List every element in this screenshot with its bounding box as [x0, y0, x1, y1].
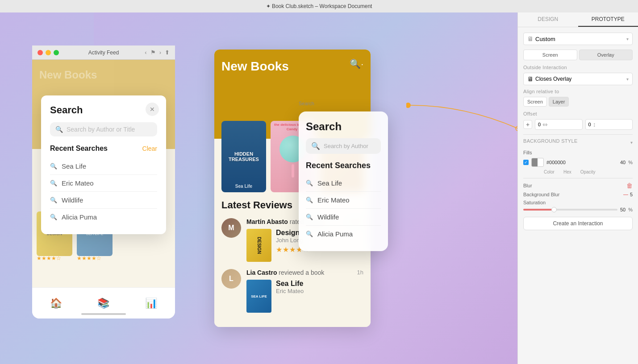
create-interaction-button[interactable]: Create an Interaction — [523, 217, 633, 230]
search-icon-aliciapuma: 🔍 — [306, 231, 313, 237]
align-relative-section: Align relative to Screen Layer — [523, 89, 633, 107]
fill-checkbox[interactable]: ✓ — [523, 160, 529, 165]
offset-y-field[interactable]: 0 ↕ — [585, 119, 633, 130]
offset-section: Offset + 0 ⇔ 0 ↕ — [523, 111, 633, 130]
book-author-sealife: Eric Mateo — [276, 288, 363, 294]
recent-item-ericmateo[interactable]: 🔍 Eric Mateo — [50, 175, 157, 192]
modal-close-button[interactable]: ✕ — [146, 103, 159, 116]
nav-charts-icon[interactable]: 📊 — [145, 298, 157, 309]
book-info-sealife: Sea Life Eric Mateo — [276, 280, 363, 296]
mac-window-title: Activity Feed — [88, 50, 119, 56]
saturation-row: 50 % — [523, 207, 633, 212]
search-input-container[interactable]: 🔍 Search by Author or Title — [50, 122, 157, 136]
traffic-lights — [38, 50, 59, 55]
review-time-lia: 1h — [357, 269, 363, 276]
background-blur-label: Background Blur — [523, 192, 559, 197]
offset-x-value: 0 — [538, 122, 541, 127]
chevron-down-icon: ▾ — [626, 37, 629, 41]
search-overlay-view: Search Search 🔍 Search by Author Recent … — [299, 112, 388, 251]
book-title-hidden: HIDDENTREASURES — [229, 151, 259, 162]
stars-bg-1: ★★★★☆ — [37, 255, 61, 261]
mac-controls: ‹ ⚑ › ⬆ — [145, 49, 170, 56]
book-detail-sealife: SEA LIFE Sea Life Eric Mateo — [246, 280, 363, 313]
fill-color-preview[interactable] — [531, 158, 544, 167]
offset-label: Offset — [523, 111, 633, 116]
saturation-slider[interactable] — [523, 209, 617, 211]
offset-arrows-icon: ⇔ — [542, 121, 548, 128]
tab-design[interactable]: DESIGN — [518, 12, 578, 27]
search-bar-overlay[interactable]: 🔍 Search by Author — [306, 138, 381, 154]
search-overlay-label: Search — [299, 101, 314, 106]
search-result-sealife[interactable]: 🔍 Sea Life — [306, 175, 381, 192]
screen-align-button[interactable]: Screen — [523, 97, 547, 107]
saturation-pct: % — [628, 207, 633, 212]
book-thumb-sealife: SEA LIFE — [246, 280, 271, 313]
stars-bg-2: ★★★★☆ — [77, 255, 101, 261]
offset-y-value: 0 — [588, 122, 591, 127]
outside-interaction-value: Closes Overlay — [535, 76, 625, 82]
nav-books-icon[interactable]: 📚 — [97, 298, 109, 309]
blur-delete-icon[interactable]: 🗑 — [626, 182, 633, 189]
background-blur-indicator: — — [623, 192, 628, 197]
title-bar-text: ✦ Book Club.sketch – Workspace Document — [266, 3, 372, 9]
book-hidden-treasures[interactable]: HIDDENTREASURES Sea Life — [221, 121, 266, 192]
panel-divider-1 — [523, 134, 633, 135]
align-relative-label: Align relative to — [523, 89, 633, 94]
recent-item-aliciapuma-text: Alicia Puma — [62, 213, 97, 221]
fill-opacity-value[interactable]: 40 — [620, 160, 625, 165]
chevron-down-icon-oi: ▾ — [626, 77, 629, 82]
reviewer-info-lia: Lia Castro reviewed a book — [246, 269, 324, 276]
monitor-icon-small: 🖥 — [527, 75, 534, 83]
traffic-light-minimize[interactable] — [46, 50, 51, 55]
recent-item-aliciapuma[interactable]: 🔍 Alicia Puma — [50, 209, 157, 225]
outside-interaction-dropdown[interactable]: 🖥 Closes Overlay ▾ — [523, 73, 633, 85]
search-result-ericmateo[interactable]: 🔍 Eric Mateo — [306, 192, 381, 209]
fill-labels: Color Hex Opacity — [523, 170, 633, 174]
fill-hex-value[interactable]: #000000 — [546, 160, 617, 165]
clear-button[interactable]: Clear — [142, 145, 157, 152]
saturation-value[interactable]: 50 — [620, 207, 625, 212]
custom-label: Custom — [535, 36, 625, 42]
search-overlay-title: Search — [306, 120, 381, 133]
title-bar: ✦ Book Club.sketch – Workspace Document — [0, 0, 638, 12]
custom-dropdown[interactable]: 🖥 Custom ▾ — [523, 33, 633, 45]
review-content-lia: Lia Castro reviewed a book 1h SEA LIFE S… — [246, 269, 363, 313]
traffic-light-maximize[interactable] — [54, 50, 59, 55]
recent-search-icon-3: 🔍 — [50, 197, 57, 203]
nav-home-icon[interactable]: 🏠 — [50, 298, 62, 309]
app-search-button[interactable]: 🔍· — [350, 58, 363, 69]
search-icon-ericmateo: 🔍 — [306, 197, 313, 203]
opacity-label: Opacity — [580, 170, 596, 174]
search-result-wildlife[interactable]: 🔍 Wildlife — [306, 209, 381, 226]
fill-opacity-pct: % — [628, 160, 633, 165]
reviewer-name-martin: Martín Abasto — [246, 218, 288, 225]
search-result-ericmateo-text: Eric Mateo — [317, 196, 350, 204]
traffic-light-close[interactable] — [38, 50, 43, 55]
nav-forward-icon[interactable]: › — [159, 49, 161, 56]
nav-back-icon[interactable]: ‹ — [145, 49, 146, 56]
app-hero-title: New Books — [221, 59, 363, 74]
offset-x-field[interactable]: 0 ⇔ — [535, 119, 583, 130]
search-bar-placeholder: Search by Author — [324, 143, 368, 149]
recent-item-sealife[interactable]: 🔍 Sea Life — [50, 158, 157, 175]
tab-prototype[interactable]: PROTOTYPE — [578, 12, 638, 27]
book-thumb-design: DESIGN — [246, 229, 271, 262]
fill-item: ✓ #000000 40 % — [523, 158, 633, 167]
recent-item-wildlife[interactable]: 🔍 Wildlife — [50, 192, 157, 209]
bookmark-icon[interactable]: ⚑ — [150, 49, 156, 56]
background-blur-value[interactable]: 5 — [630, 192, 633, 197]
mobile-hero-title-bg: New Books — [39, 69, 168, 81]
slider-thumb — [551, 207, 557, 212]
search-result-aliciapuma[interactable]: 🔍 Alicia Puma — [306, 226, 381, 242]
share-icon[interactable]: ⬆ — [165, 49, 170, 56]
offset-plus-icon[interactable]: + — [523, 120, 532, 129]
background-style-row: BACKGROUND STYLE ▾ — [523, 138, 633, 146]
avatar-lia: L — [221, 269, 241, 289]
overlay-button[interactable]: Overlay — [579, 50, 633, 60]
search-bar-icon: 🔍 — [311, 142, 320, 150]
search-result-sealife-text: Sea Life — [317, 179, 342, 187]
layer-align-button[interactable]: Layer — [549, 97, 569, 107]
align-row: Screen Layer — [523, 97, 633, 107]
background-style-label: BACKGROUND STYLE — [523, 138, 578, 144]
screen-button[interactable]: Screen — [523, 50, 577, 60]
